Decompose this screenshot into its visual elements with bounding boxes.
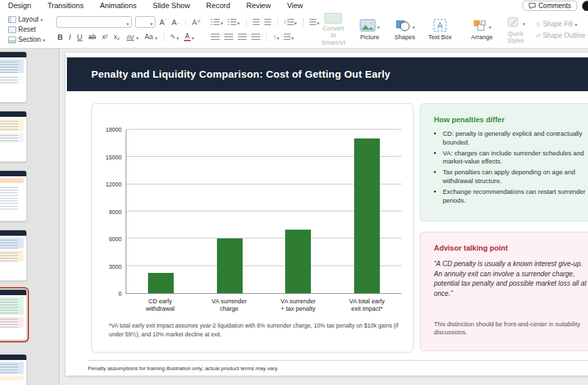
bullet-item: VA: charges can include surrender schedu… (443, 149, 588, 167)
arrange-button[interactable]: Arrange (467, 18, 497, 41)
section-button[interactable]: Section (7, 35, 47, 45)
italic-button[interactable]: I (68, 33, 72, 41)
quick-styles-button[interactable]: Quick Styles (501, 15, 531, 45)
chart-plot (126, 130, 401, 294)
chevron-down-icon (220, 17, 223, 27)
textbox-icon: A (433, 19, 447, 32)
chevron-down-icon (291, 32, 294, 42)
strikethrough-button[interactable]: ab (87, 33, 97, 41)
align-left-button[interactable] (210, 34, 220, 40)
slide-thumbnail-2[interactable] (0, 111, 27, 162)
chart-bar-4[interactable] (354, 138, 380, 293)
font-group: A A A B I U ab x² x₂ AV Aa ✎ A (53, 11, 204, 48)
picture-button[interactable]: Picture (355, 18, 385, 41)
smartart-icon (324, 13, 342, 24)
slide-title[interactable]: Penalty and Liquidity Comparison: Cost o… (91, 57, 588, 91)
slide-thumbnail-4[interactable] (0, 230, 27, 281)
y-tick-label: 0 (92, 290, 122, 297)
thumbnail-content-block (0, 75, 24, 83)
bullets-icon (211, 19, 220, 25)
line-spacing-button[interactable]: ↕ (283, 17, 298, 27)
menu-view[interactable]: View (287, 1, 303, 9)
how-penalties-differ-panel[interactable]: How penalties differ CD: penalty is gene… (420, 103, 588, 222)
align-text-icon (284, 34, 291, 40)
chart-bar-2[interactable] (217, 238, 243, 293)
thumbnail-content-block (0, 362, 24, 374)
numbering-button[interactable] (227, 17, 241, 27)
chevron-down-icon (412, 20, 415, 32)
y-tick-label: 3000 (92, 263, 122, 270)
increase-font-size-button[interactable]: A (159, 18, 168, 26)
advisor-talking-point-panel[interactable]: Advisor talking point “A CD penalty is u… (420, 232, 588, 351)
slide-thumbnail-5[interactable] (0, 289, 27, 340)
chart-bar-3[interactable] (285, 230, 311, 293)
font-name-select[interactable] (56, 16, 132, 28)
chevron-down-icon (317, 17, 320, 27)
font-size-select[interactable] (135, 16, 155, 28)
slide-thumbnail-pane[interactable] (0, 49, 59, 385)
font-color-button[interactable]: A (183, 32, 195, 42)
decrease-indent-button[interactable] (252, 19, 260, 25)
convert-smartart-button[interactable]: Convert to SmartArt (322, 11, 346, 48)
layout-button[interactable]: Layout (7, 15, 47, 24)
slide-footer-text: Penalty assumptions for training illustr… (88, 365, 278, 371)
shapes-button[interactable]: Shapes (390, 18, 420, 41)
slide-title-bar[interactable]: Penalty and Liquidity Comparison: Cost o… (67, 57, 588, 91)
chart-bar-1[interactable] (148, 273, 174, 293)
character-spacing-button[interactable]: AV (124, 32, 139, 42)
underline-button[interactable]: U (76, 33, 84, 41)
footer-divider (88, 360, 588, 361)
comments-button[interactable]: Comments (522, 1, 577, 11)
y-tick-label: 6000 (92, 236, 122, 242)
highlight-button[interactable]: ✎ (170, 32, 180, 42)
align-text-button[interactable] (283, 32, 295, 42)
chevron-down-icon (489, 20, 491, 32)
highlighter-icon: ✎ (170, 33, 176, 41)
change-case-button[interactable]: Aa (143, 32, 158, 42)
menu-design[interactable]: Design (8, 1, 31, 9)
advisor-quote: “A CD penalty is usually a known interes… (434, 259, 588, 299)
chevron-down-icon (574, 20, 577, 28)
slide-thumbnail-1[interactable] (0, 51, 27, 103)
thumbnail-content-block (0, 297, 24, 315)
chart-card[interactable]: 0300060009000120001500018000 CD early wi… (91, 103, 414, 353)
menu-transitions[interactable]: Transitions (47, 1, 83, 9)
decrease-font-size-button[interactable]: A (171, 18, 180, 26)
subscript-button[interactable]: x₂ (112, 33, 121, 41)
menu-review[interactable]: Review (247, 1, 271, 9)
align-right-button[interactable] (237, 34, 247, 40)
align-left-icon (211, 34, 220, 40)
textbox-button[interactable]: A Text Box (425, 18, 455, 41)
y-tick-label: 9000 (92, 209, 122, 215)
current-slide[interactable]: Penalty and Liquidity Comparison: Cost o… (66, 53, 588, 376)
paragraph-group: ↕ ↕ (209, 11, 321, 48)
shape-fill-button[interactable]: ◇ Shape Fill (535, 19, 588, 28)
align-center-button[interactable] (224, 34, 234, 40)
menu-animations[interactable]: Animations (100, 1, 137, 9)
slide-thumbnail-3[interactable] (0, 170, 27, 222)
bullets-button[interactable] (210, 17, 224, 27)
superscript-button[interactable]: x² (101, 33, 109, 41)
shape-outline-button[interactable]: ▱ Shape Outline (535, 30, 588, 40)
menu-slide-show[interactable]: Slide Show (153, 1, 190, 9)
menu-record[interactable]: Record (206, 1, 230, 9)
slide-thumbnail-6[interactable] (0, 354, 27, 385)
x-category-label: VA total early exit impact* (333, 298, 401, 313)
bullet-item: Exchange recommendations can restart sur… (443, 188, 588, 205)
layout-icon (8, 16, 16, 23)
account-avatar[interactable] (582, 1, 588, 11)
clear-formatting-button[interactable]: A (191, 18, 201, 26)
y-tick-label: 12000 (92, 181, 122, 188)
reset-button[interactable]: Reset (7, 25, 47, 34)
shapes-icon (395, 19, 411, 32)
section-icon (8, 36, 16, 43)
increase-indent-button[interactable] (264, 19, 272, 25)
justify-button[interactable] (251, 34, 261, 40)
reset-icon (8, 26, 16, 33)
text-direction-button[interactable]: ↕ (272, 32, 280, 42)
slide-canvas: Penalty and Liquidity Comparison: Cost o… (60, 49, 588, 385)
thumbnail-title-bar (0, 52, 26, 57)
columns-button[interactable] (309, 17, 320, 27)
bold-button[interactable]: B (56, 33, 64, 41)
numbering-icon (228, 19, 237, 25)
